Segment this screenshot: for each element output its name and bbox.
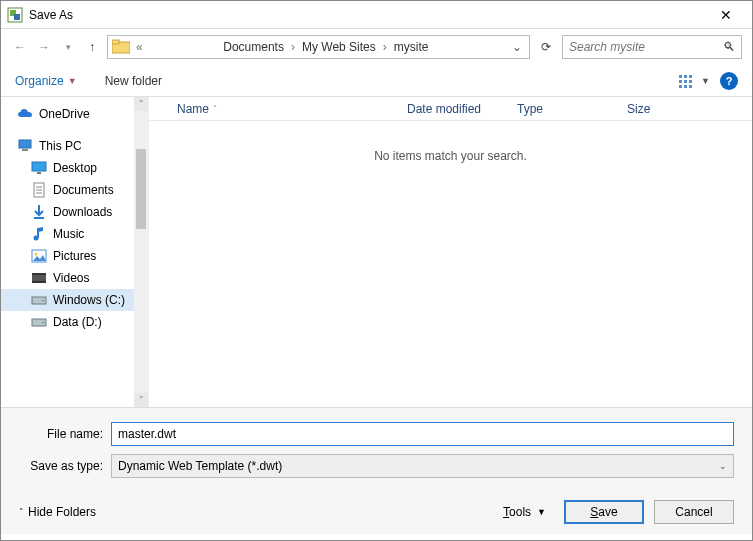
svg-rect-13 <box>689 85 692 88</box>
cancel-button[interactable]: Cancel <box>654 500 734 524</box>
bottom-panel: File name: Save as type: Dynamic Web Tem… <box>1 407 752 534</box>
nav-item-music[interactable]: Music <box>1 223 148 245</box>
nav-item-label: Data (D:) <box>53 315 102 329</box>
breadcrumb-prefix: « <box>136 40 143 54</box>
address-dropdown-icon[interactable]: ⌄ <box>509 40 525 54</box>
svg-rect-32 <box>42 322 44 323</box>
navigation-pane: OneDriveThis PCDesktopDocumentsDownloads… <box>1 97 149 407</box>
scroll-up-icon[interactable]: ˄ <box>134 97 148 111</box>
nav-item-windows-c-[interactable]: Windows (C:) <box>1 289 148 311</box>
scroll-track[interactable] <box>134 111 148 393</box>
pc-icon <box>17 139 33 153</box>
organize-button[interactable]: Organize ▼ <box>15 74 77 88</box>
address-bar[interactable]: « Documents › My Web Sites › mysite ⌄ <box>107 35 530 59</box>
hide-folders-button[interactable]: ˄ Hide Folders <box>19 505 96 519</box>
footer-row: ˄ Hide Folders Tools ▼ Save Cancel <box>19 500 734 524</box>
svg-rect-27 <box>32 273 46 275</box>
view-options-button[interactable]: ▼ <box>679 74 710 88</box>
breadcrumb-item[interactable]: My Web Sites <box>299 39 379 55</box>
save-type-select[interactable]: Dynamic Web Template (*.dwt) ⌄ <box>111 454 734 478</box>
close-icon[interactable]: ✕ <box>706 7 746 23</box>
back-icon[interactable]: ← <box>11 38 29 56</box>
nav-item-label: Desktop <box>53 161 97 175</box>
nav-item-this-pc[interactable]: This PC <box>1 135 148 157</box>
svg-rect-15 <box>22 149 28 151</box>
nav-item-label: Documents <box>53 183 114 197</box>
svg-rect-7 <box>679 85 682 88</box>
column-header-name[interactable]: Name ˄ <box>169 102 399 116</box>
svg-point-25 <box>35 253 38 256</box>
drive-icon <box>31 293 47 307</box>
svg-rect-28 <box>32 281 46 283</box>
column-header-type[interactable]: Type <box>509 102 619 116</box>
scroll-thumb[interactable] <box>136 149 146 229</box>
refresh-icon[interactable]: ⟳ <box>536 40 556 54</box>
svg-rect-12 <box>689 80 692 83</box>
column-header-size[interactable]: Size <box>619 102 679 116</box>
app-icon <box>7 7 23 23</box>
search-input[interactable] <box>569 40 723 54</box>
svg-rect-4 <box>112 40 119 44</box>
svg-rect-8 <box>684 75 687 78</box>
caret-up-icon: ˄ <box>19 507 24 517</box>
main-area: OneDriveThis PCDesktopDocumentsDownloads… <box>1 97 752 407</box>
svg-rect-9 <box>684 80 687 83</box>
nav-item-documents[interactable]: Documents <box>1 179 148 201</box>
video-icon <box>31 271 47 285</box>
svg-rect-5 <box>679 75 682 78</box>
search-icon: 🔍︎ <box>723 40 735 54</box>
filename-label: File name: <box>19 427 111 441</box>
breadcrumb: Documents › My Web Sites › mysite <box>149 39 503 55</box>
folder-icon <box>112 39 130 55</box>
svg-rect-17 <box>37 172 41 174</box>
save-button[interactable]: Save <box>564 500 644 524</box>
caret-down-icon: ▼ <box>701 76 710 86</box>
breadcrumb-item[interactable]: Documents <box>220 39 287 55</box>
search-box[interactable]: 🔍︎ <box>562 35 742 59</box>
toolbar: Organize ▼ New folder ▼ ? <box>1 65 752 97</box>
filename-input[interactable] <box>111 422 734 446</box>
svg-point-23 <box>34 236 39 241</box>
svg-rect-2 <box>14 14 20 20</box>
caret-down-icon: ▼ <box>68 76 77 86</box>
savetype-label: Save as type: <box>19 459 111 473</box>
chevron-right-icon: › <box>381 40 389 54</box>
file-list: Name ˄ Date modified Type Size No items … <box>149 97 752 407</box>
nav-item-desktop[interactable]: Desktop <box>1 157 148 179</box>
column-header-date[interactable]: Date modified <box>399 102 509 116</box>
window-title: Save As <box>29 8 706 22</box>
title-bar: Save As ✕ <box>1 1 752 29</box>
desktop-icon <box>31 161 47 175</box>
column-headers: Name ˄ Date modified Type Size <box>149 97 752 121</box>
caret-down-icon: ▼ <box>537 507 546 517</box>
help-icon[interactable]: ? <box>720 72 738 90</box>
svg-rect-6 <box>679 80 682 83</box>
up-icon[interactable]: ↑ <box>83 38 101 56</box>
nav-item-label: Music <box>53 227 84 241</box>
nav-row: ← → ▾ ↑ « Documents › My Web Sites › mys… <box>1 29 752 65</box>
nav-item-onedrive[interactable]: OneDrive <box>1 103 148 125</box>
svg-rect-11 <box>689 75 692 78</box>
breadcrumb-item[interactable]: mysite <box>391 39 432 55</box>
svg-rect-16 <box>32 162 46 171</box>
tools-button[interactable]: Tools ▼ <box>503 505 546 519</box>
nav-item-downloads[interactable]: Downloads <box>1 201 148 223</box>
nav-item-label: OneDrive <box>39 107 90 121</box>
recent-dropdown-icon[interactable]: ▾ <box>59 38 77 56</box>
nav-item-label: Downloads <box>53 205 112 219</box>
scroll-down-icon[interactable]: ˅ <box>134 393 148 407</box>
new-folder-button[interactable]: New folder <box>105 74 162 88</box>
nav-item-pictures[interactable]: Pictures <box>1 245 148 267</box>
nav-item-label: Pictures <box>53 249 96 263</box>
svg-rect-10 <box>684 85 687 88</box>
nav-item-videos[interactable]: Videos <box>1 267 148 289</box>
chevron-right-icon: › <box>289 40 297 54</box>
sort-caret-icon: ˄ <box>213 104 217 113</box>
svg-rect-14 <box>19 140 31 148</box>
nav-item-data-d-[interactable]: Data (D:) <box>1 311 148 333</box>
svg-rect-30 <box>42 300 44 301</box>
forward-icon[interactable]: → <box>35 38 53 56</box>
music-icon <box>31 227 47 241</box>
scrollbar[interactable]: ˄ ˅ <box>134 97 148 407</box>
nav-item-label: Videos <box>53 271 89 285</box>
